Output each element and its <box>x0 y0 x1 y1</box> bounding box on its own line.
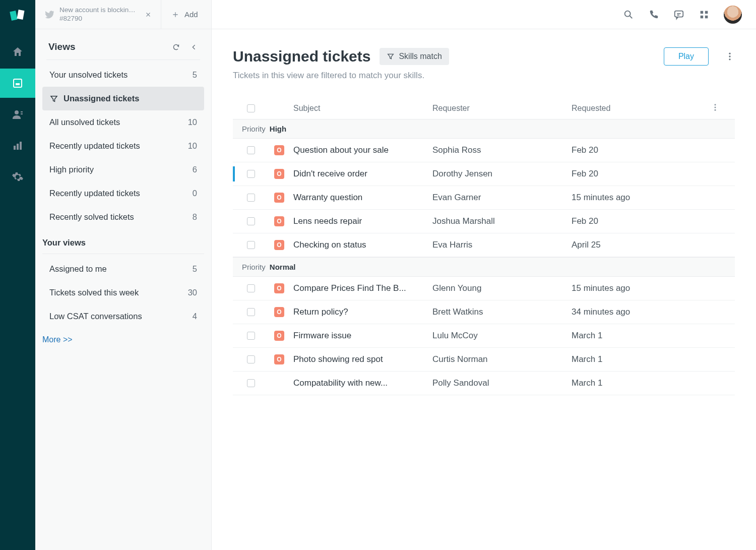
overflow-icon[interactable] <box>725 51 735 62</box>
play-button[interactable]: Play <box>664 47 709 66</box>
cell-requested: 15 minutes ago <box>572 193 711 203</box>
svg-rect-14 <box>701 15 704 18</box>
skills-match-chip[interactable]: Skills match <box>380 48 449 65</box>
view-item[interactable]: Low CSAT conversations4 <box>42 304 204 328</box>
group-header: Priority High <box>233 119 735 139</box>
skills-chip-label: Skills match <box>399 52 442 61</box>
cell-subject: Warranty question <box>293 193 432 203</box>
svg-rect-15 <box>705 15 708 18</box>
columns-overflow-icon[interactable] <box>711 103 720 112</box>
row-checkbox[interactable] <box>247 241 255 249</box>
open-tab[interactable]: New account is blocking... #82790 <box>35 0 161 29</box>
cell-requested: 34 minutes ago <box>572 307 711 317</box>
table-row[interactable]: Compatability with new...Polly SandovalM… <box>233 372 735 395</box>
table-row[interactable]: OQuestion about your saleSophia RossFeb … <box>233 139 735 162</box>
brand-logo <box>8 6 28 26</box>
cell-requested: Feb 20 <box>572 169 711 179</box>
your-views-label: Your views <box>35 229 211 251</box>
cell-requester: Curtis Norman <box>432 354 572 364</box>
cell-requester: Brett Watkins <box>432 307 572 317</box>
table-row[interactable]: OReturn policy?Brett Watkins34 minutes a… <box>233 300 735 324</box>
status-badge: O <box>274 216 284 226</box>
nav-customers[interactable] <box>0 100 35 129</box>
cell-requested: March 1 <box>572 331 711 341</box>
close-icon[interactable] <box>145 11 152 18</box>
status-badge: O <box>274 193 284 203</box>
more-link[interactable]: More >> <box>35 328 211 351</box>
tab-subtitle: #82790 <box>59 15 136 23</box>
collapse-icon[interactable] <box>190 43 198 51</box>
table-row[interactable]: OChecking on statusEva HarrisApril 25 <box>233 233 735 257</box>
refresh-icon[interactable] <box>172 43 180 51</box>
views-sidebar: New account is blocking... #82790 Add Vi… <box>35 0 212 550</box>
row-checkbox[interactable] <box>247 146 255 154</box>
table-row[interactable]: OCompare Prices Find The B...Glenn Young… <box>233 277 735 300</box>
view-item[interactable]: Unassigned tickets <box>42 87 204 110</box>
view-item[interactable]: High priority6 <box>42 158 204 181</box>
nav-settings[interactable] <box>0 162 35 192</box>
cell-subject: Firmware issue <box>293 331 432 341</box>
chat-icon[interactable] <box>673 9 684 20</box>
status-badge: O <box>274 307 284 317</box>
row-checkbox[interactable] <box>247 284 255 292</box>
row-checkbox[interactable] <box>247 332 255 340</box>
cell-subject: Return policy? <box>293 307 432 317</box>
select-all-checkbox[interactable] <box>247 104 255 112</box>
nav-home[interactable] <box>0 37 35 67</box>
tab-bar: New account is blocking... #82790 Add <box>35 0 211 29</box>
table-row[interactable]: OPhoto showing red spotCurtis NormanMarc… <box>233 348 735 372</box>
svg-point-17 <box>729 55 730 57</box>
view-item-count: 4 <box>193 312 197 321</box>
cell-subject: Compare Prices Find The B... <box>293 283 432 293</box>
table-row[interactable]: ODidn't receive orderDorothy JensenFeb 2… <box>233 162 735 186</box>
cell-subject: Checking on status <box>293 240 432 250</box>
nav-views[interactable] <box>0 69 35 98</box>
status-badge: O <box>274 331 284 341</box>
table-row[interactable]: OWarranty questionEvan Garner15 minutes … <box>233 186 735 210</box>
row-checkbox[interactable] <box>247 379 255 387</box>
col-requester[interactable]: Requester <box>432 104 572 113</box>
svg-rect-3 <box>16 83 20 85</box>
cell-requester: Dorothy Jensen <box>432 169 572 179</box>
view-item-label: Unassigned tickets <box>64 94 139 103</box>
add-tab[interactable]: Add <box>161 10 208 19</box>
view-item[interactable]: Recently solved tickets8 <box>42 205 204 229</box>
view-item-label: All unsolved tickets <box>49 117 120 127</box>
table-row[interactable]: OFirmware issueLulu McCoyMarch 1 <box>233 324 735 348</box>
view-item-count: 6 <box>193 165 197 174</box>
ticket-table: Subject Requester Requested Priority Hig… <box>233 98 735 395</box>
view-item[interactable]: Tickets solved this week30 <box>42 281 204 304</box>
status-badge: O <box>274 354 284 364</box>
view-item[interactable]: All unsolved tickets10 <box>42 110 204 134</box>
view-item[interactable]: Your unsolved tickets5 <box>42 63 204 87</box>
cell-subject: Compatability with new... <box>293 378 432 388</box>
twitter-icon <box>44 10 54 20</box>
view-item[interactable]: Recently updated tickets0 <box>42 181 204 205</box>
main-area: Unassigned tickets Skills match Play Tic… <box>212 0 756 550</box>
nav-reports[interactable] <box>0 131 35 160</box>
col-requested[interactable]: Requested <box>572 104 711 113</box>
row-checkbox[interactable] <box>247 194 255 202</box>
phone-icon[interactable] <box>648 9 659 20</box>
table-row[interactable]: OLens needs repairJoshua MarshallFeb 20 <box>233 210 735 233</box>
view-item[interactable]: Assigned to me5 <box>42 257 204 281</box>
svg-rect-7 <box>14 146 16 150</box>
row-checkbox[interactable] <box>247 308 255 316</box>
apps-icon[interactable] <box>699 9 710 20</box>
filter-icon <box>49 94 58 103</box>
filter-icon <box>387 52 395 60</box>
search-icon[interactable] <box>623 9 634 20</box>
view-item[interactable]: Recently updated tickets10 <box>42 134 204 158</box>
status-badge: O <box>274 240 284 250</box>
avatar[interactable] <box>724 6 742 24</box>
svg-rect-8 <box>17 144 19 150</box>
view-item-count: 8 <box>193 212 197 222</box>
cell-requested: Feb 20 <box>572 216 711 226</box>
status-badge: O <box>274 283 284 293</box>
col-subject[interactable]: Subject <box>293 104 432 113</box>
cell-requester: Joshua Marshall <box>432 216 572 226</box>
row-checkbox[interactable] <box>247 170 255 178</box>
row-checkbox[interactable] <box>247 355 255 363</box>
row-checkbox[interactable] <box>247 217 255 225</box>
cell-requester: Sophia Ross <box>432 145 572 155</box>
